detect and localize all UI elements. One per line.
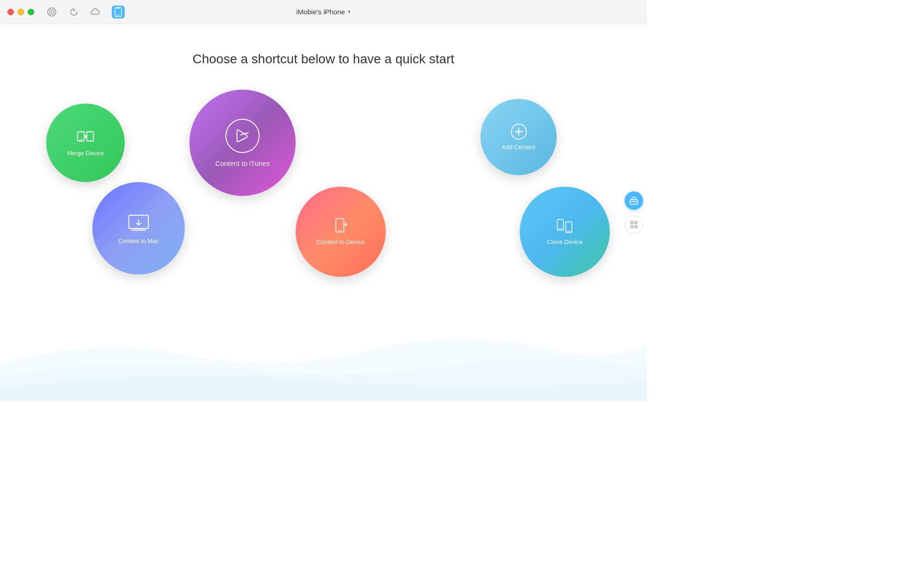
close-button[interactable]: × (7, 9, 14, 15)
maximize-button[interactable]: + (28, 9, 34, 15)
device-name: iMobie's iPhone (296, 8, 345, 16)
itunes-icon (224, 117, 261, 154)
merge-icon (76, 128, 95, 147)
svg-rect-29 (631, 226, 633, 228)
svg-rect-27 (631, 221, 633, 224)
titlebar: × − + (0, 0, 647, 24)
add-content-icon (510, 122, 528, 141)
add-content-label: Add Content (502, 144, 535, 152)
chevron-down-icon: ▾ (348, 9, 351, 15)
music-icon[interactable] (45, 6, 58, 18)
content-to-device-label: Content to Device (317, 238, 365, 246)
content-to-mac-button[interactable]: Content to Mac (92, 182, 185, 274)
content-to-mac-label: Content to Mac (118, 238, 159, 245)
svg-rect-26 (633, 201, 635, 202)
window-controls: × − + (7, 9, 34, 15)
clone-icon (556, 217, 574, 236)
svg-rect-28 (635, 221, 637, 224)
svg-rect-18 (335, 219, 344, 232)
toolbox-icon (629, 196, 638, 205)
svg-rect-30 (635, 226, 637, 228)
shortcuts-area: Merge Device Content to iTunes Add Conte… (0, 90, 647, 401)
clone-device-button[interactable]: Clone Device (520, 187, 610, 277)
clone-device-label: Clone Device (547, 238, 583, 246)
phone-icon[interactable] (112, 6, 125, 18)
device-selector[interactable]: iMobie's iPhone ▾ (296, 8, 350, 16)
grid-icon (630, 220, 638, 229)
content-to-device-button[interactable]: Content to Device (296, 187, 386, 277)
toolbox-button[interactable] (625, 191, 643, 210)
history-icon[interactable] (67, 6, 80, 18)
svg-rect-7 (87, 132, 94, 141)
add-content-button[interactable]: Add Content (480, 99, 557, 175)
right-actions (625, 191, 647, 234)
mac-icon (127, 212, 150, 235)
main-content: Choose a shortcut below to have a quick … (0, 24, 647, 401)
cloud-icon[interactable] (90, 6, 103, 18)
minimize-button[interactable]: − (18, 9, 24, 15)
page-heading: Choose a shortcut below to have a quick … (0, 52, 647, 67)
grid-button[interactable] (625, 215, 643, 234)
toolbar-icons (45, 6, 125, 18)
content-to-itunes-button[interactable]: Content to iTunes (189, 90, 296, 196)
svg-point-10 (226, 119, 259, 152)
svg-point-2 (51, 11, 53, 12)
merge-device-label: Merge Device (67, 150, 104, 158)
merge-device-button[interactable]: Merge Device (46, 104, 125, 182)
itunes-label: Content to iTunes (215, 159, 270, 168)
device-icon (332, 217, 350, 236)
